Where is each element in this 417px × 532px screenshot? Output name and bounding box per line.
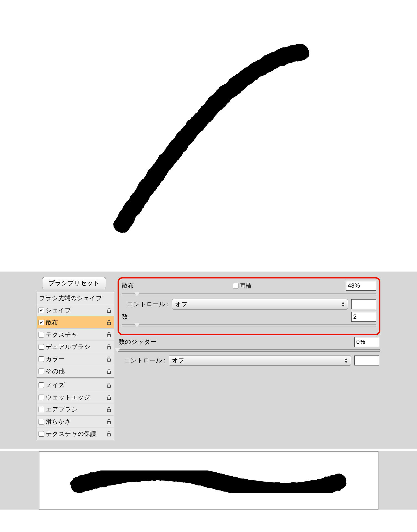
lock-icon[interactable]: [106, 356, 112, 362]
lock-icon[interactable]: [106, 344, 112, 350]
option-label: その他: [46, 367, 65, 375]
option-label: 散布: [46, 318, 58, 327]
count-jitter-value-input[interactable]: [354, 337, 379, 347]
select-arrows-icon: ▲▼: [341, 301, 345, 307]
option-row-カラー[interactable]: カラー: [37, 353, 114, 365]
option-label: エアブラシ: [46, 405, 78, 414]
option-row-滑らかさ[interactable]: 滑らかさ: [37, 416, 114, 428]
option-row-散布[interactable]: 散布: [37, 316, 114, 329]
svg-rect-6: [107, 385, 111, 387]
option-row-シェイプ[interactable]: シェイプ: [37, 304, 114, 316]
option-checkbox[interactable]: [39, 332, 44, 337]
scatter-control-value-input[interactable]: [351, 299, 376, 309]
option-row-エアブラシ[interactable]: エアブラシ: [37, 403, 114, 416]
option-label: ノイズ: [46, 381, 65, 389]
option-label: ウェットエッジ: [46, 393, 90, 401]
option-checkbox[interactable]: [39, 320, 44, 325]
svg-rect-7: [107, 397, 111, 400]
scatter-control-select[interactable]: オフ ▲▼: [172, 299, 348, 310]
brush-extras-section: ノイズウェットエッジエアブラシ滑らかさテクスチャの保護: [37, 379, 114, 440]
lock-icon[interactable]: [106, 307, 112, 314]
option-label: シェイプ: [46, 306, 71, 314]
svg-rect-5: [107, 371, 111, 374]
lock-icon[interactable]: [106, 331, 112, 338]
scatter-control-label: コントロール :: [127, 300, 169, 308]
brush-presets-button[interactable]: ブラシプリセット: [42, 277, 106, 289]
scatter-slider[interactable]: [122, 291, 376, 297]
brush-options-sidebar: ブラシプリセット ブラシ先端のシェイプ シェイプ散布テクスチャデュアルブラシカラ…: [37, 277, 114, 440]
lock-icon[interactable]: [106, 431, 112, 437]
count-jitter-label: 数のジッター: [119, 338, 156, 346]
count-jitter-slider[interactable]: [118, 347, 380, 354]
option-checkbox[interactable]: [39, 382, 44, 388]
select-arrows-icon: ▲▼: [344, 357, 348, 364]
count-slider[interactable]: [122, 322, 376, 328]
option-checkbox[interactable]: [39, 344, 44, 350]
lock-icon[interactable]: [106, 382, 112, 388]
option-checkbox[interactable]: [39, 407, 44, 412]
count-jitter-control-label: コントロール :: [124, 356, 166, 365]
option-row-ウェットエッジ[interactable]: ウェットエッジ: [37, 391, 114, 403]
option-row-デュアルブラシ[interactable]: デュアルブラシ: [37, 341, 114, 353]
brush-settings-panel: ブラシプリセット ブラシ先端のシェイプ シェイプ散布テクスチャデュアルブラシカラ…: [0, 272, 417, 449]
option-row-その他[interactable]: その他: [37, 365, 114, 377]
option-label: デュアルブラシ: [46, 343, 90, 351]
lock-icon[interactable]: [106, 394, 112, 401]
scatter-settings: 散布 両軸 コントロール : オフ ▲▼: [118, 277, 380, 440]
svg-rect-3: [107, 347, 111, 349]
svg-rect-4: [107, 359, 111, 361]
svg-rect-1: [107, 322, 111, 325]
option-checkbox[interactable]: [39, 369, 44, 374]
brush-stroke-preview-strip: [39, 451, 378, 510]
option-row-テクスチャの保護[interactable]: テクスチャの保護: [37, 428, 114, 440]
canvas-preview: [0, 0, 417, 272]
both-axes-checkbox[interactable]: [233, 283, 238, 288]
scatter-value-input[interactable]: [346, 281, 376, 291]
highlighted-settings: 散布 両軸 コントロール : オフ ▲▼: [118, 277, 380, 335]
count-jitter-control-value-input[interactable]: [354, 355, 379, 365]
brush-tip-shape-section: ブラシ先端のシェイプ シェイプ散布テクスチャデュアルブラシカラーその他: [37, 292, 114, 378]
svg-rect-9: [107, 421, 111, 424]
svg-rect-0: [107, 310, 111, 313]
brush-stroke-preview: [0, 0, 417, 272]
option-row-テクスチャ[interactable]: テクスチャ: [37, 329, 114, 341]
both-axes-label: 両軸: [240, 282, 251, 290]
svg-rect-10: [107, 434, 111, 436]
svg-rect-2: [107, 334, 111, 337]
option-label: 滑らかさ: [46, 418, 71, 426]
option-checkbox[interactable]: [39, 308, 44, 313]
option-checkbox[interactable]: [39, 356, 44, 362]
scatter-label: 散布: [122, 282, 138, 290]
option-label: カラー: [46, 355, 65, 363]
lock-icon[interactable]: [106, 418, 112, 425]
option-checkbox[interactable]: [39, 431, 44, 437]
count-label: 数: [122, 313, 138, 321]
lock-icon[interactable]: [106, 406, 112, 413]
lock-icon[interactable]: [106, 368, 112, 375]
option-label: テクスチャ: [46, 331, 78, 339]
option-checkbox[interactable]: [39, 395, 44, 400]
count-jitter-control-select[interactable]: オフ ▲▼: [169, 355, 351, 366]
option-row-ノイズ[interactable]: ノイズ: [37, 379, 114, 391]
option-label: テクスチャの保護: [46, 430, 96, 438]
svg-rect-8: [107, 409, 111, 412]
option-checkbox[interactable]: [39, 419, 44, 424]
brush-tip-shape-header[interactable]: ブラシ先端のシェイプ: [37, 292, 114, 304]
lock-icon[interactable]: [106, 319, 112, 326]
count-value-input[interactable]: [351, 312, 376, 322]
